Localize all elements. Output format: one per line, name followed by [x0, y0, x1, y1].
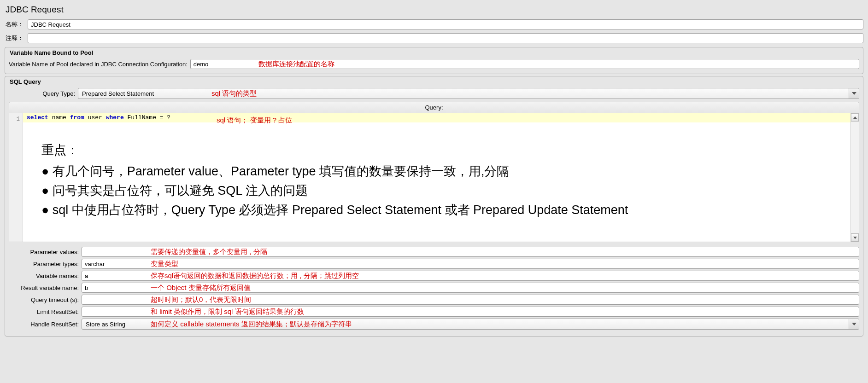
sql-section-title: SQL Query	[9, 78, 859, 88]
param-values-input[interactable]	[82, 247, 859, 257]
panel-title: JDBC Request	[5, 3, 863, 19]
vertical-scrollbar[interactable]	[850, 113, 859, 242]
scroll-track[interactable]	[851, 122, 859, 233]
pool-section: Variable Name Bound to Pool Variable Nam…	[5, 47, 863, 74]
sql-editor[interactable]: 1 select name from user where FullName =…	[9, 113, 859, 242]
var-names-label: Variable names:	[9, 273, 82, 279]
comment-row: 注释：	[5, 33, 863, 43]
sql-annotation: sql 语句； 变量用 ? 占位	[217, 116, 292, 125]
limit-resultset-row: Limit ResultSet: 和 limit 类似作用，限制 sql 语句返…	[9, 307, 859, 317]
name-input[interactable]	[28, 19, 863, 29]
query-type-label: Query Type:	[9, 90, 78, 97]
query-timeout-label: Query timeout (s):	[9, 296, 82, 303]
editor-gutter: 1	[9, 113, 23, 242]
result-var-label: Result variable name:	[9, 284, 82, 291]
param-types-input[interactable]	[82, 259, 859, 269]
pool-input[interactable]	[190, 59, 859, 69]
var-names-row: Variable names: 保存sql语句返回的数据和返回数据的总行数；用 …	[9, 271, 859, 281]
comment-label: 注释：	[5, 34, 28, 42]
name-label: 名称：	[5, 20, 28, 29]
notes-list: 有几个问号，Parameter value、Parameter type 填写值…	[41, 162, 628, 220]
notes-overlay: 重点： 有几个问号，Parameter value、Parameter type…	[41, 141, 628, 220]
handle-resultset-select[interactable]: Store as String	[82, 319, 859, 330]
notes-item: 问号其实是占位符，可以避免 SQL 注入的问题	[41, 181, 628, 201]
handle-resultset-value: Store as String	[86, 321, 125, 328]
query-type-select[interactable]: Prepared Select Statement	[78, 88, 859, 99]
query-type-value: Prepared Select Statement	[82, 90, 154, 97]
sql-section: SQL Query Query Type: Prepared Select St…	[5, 76, 863, 337]
notes-item: 有几个问号，Parameter value、Parameter type 填写值…	[41, 162, 628, 181]
comment-input[interactable]	[28, 33, 863, 43]
jdbc-request-panel: JDBC Request 名称： 注释： Variable Name Bound…	[0, 0, 868, 341]
handle-resultset-row: Handle ResultSet: Store as String 如何定义 c…	[9, 319, 859, 330]
param-values-label: Parameter values:	[9, 249, 82, 255]
notes-item: sql 中使用占位符时，Query Type 必须选择 Prepared Sel…	[41, 201, 628, 220]
param-types-label: Parameter types:	[9, 261, 82, 267]
notes-title: 重点：	[41, 141, 628, 160]
query-timeout-row: Query timeout (s): 超时时间；默认0，代表无限时间	[9, 295, 859, 305]
query-header: Query:	[9, 102, 859, 113]
limit-resultset-label: Limit ResultSet:	[9, 308, 82, 315]
result-var-input[interactable]	[82, 283, 859, 293]
line-number: 1	[9, 116, 20, 122]
pool-section-title: Variable Name Bound to Pool	[9, 49, 859, 59]
scroll-up-icon[interactable]	[851, 113, 859, 122]
param-values-row: Parameter values: 需要传递的变量值，多个变量用 , 分隔	[9, 247, 859, 257]
sql-line: select name from user where FullName = ?	[23, 113, 859, 122]
chevron-down-icon	[849, 319, 859, 329]
pool-label: Variable Name of Pool declared in JDBC C…	[9, 61, 190, 68]
query-timeout-input[interactable]	[82, 295, 859, 305]
name-row: 名称：	[5, 19, 863, 29]
bottom-fields: Parameter values: 需要传递的变量值，多个变量用 , 分隔 Pa…	[9, 247, 859, 330]
param-types-row: Parameter types: 变量类型	[9, 259, 859, 269]
handle-resultset-label: Handle ResultSet:	[9, 321, 82, 328]
code-area[interactable]: select name from user where FullName = ?…	[23, 113, 859, 242]
chevron-down-icon	[849, 88, 859, 99]
var-names-input[interactable]	[82, 271, 859, 281]
limit-resultset-input[interactable]	[82, 307, 859, 317]
scroll-down-icon[interactable]	[851, 233, 859, 242]
result-var-row: Result variable name: 一个 Object 变量存储所有返回…	[9, 283, 859, 293]
